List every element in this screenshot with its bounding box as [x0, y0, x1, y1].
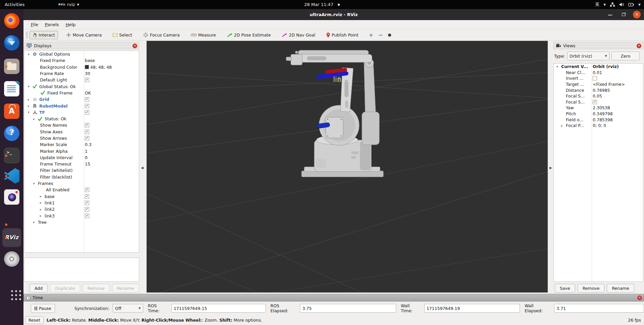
tool-select[interactable]: Select — [110, 31, 135, 39]
property-row[interactable]: Filter (blacklist) — [24, 174, 139, 180]
property-row[interactable]: ▸Tree — [24, 219, 139, 225]
property-row[interactable]: All Enabled — [24, 187, 139, 193]
property-row[interactable]: ▾Global Options — [24, 51, 139, 57]
time-field-input[interactable] — [300, 304, 396, 313]
remove-button[interactable]: Remove — [578, 284, 605, 292]
property-row[interactable]: ▸Focal P...0; 0; 0 — [554, 123, 643, 129]
menu-file[interactable]: File — [28, 21, 42, 28]
property-value[interactable] — [85, 104, 89, 108]
zero-button[interactable]: Zero — [611, 52, 640, 60]
time-field-input[interactable] — [424, 304, 520, 313]
property-row[interactable]: ▸Status: Ok — [24, 116, 139, 122]
minimize-button[interactable]: — — [608, 9, 612, 20]
property-row[interactable]: Invert ... — [554, 75, 643, 81]
property-value[interactable]: 15 — [85, 161, 90, 167]
close-views-button[interactable]: ✕ — [637, 44, 641, 48]
time-panel-header[interactable]: Time ✕ — [23, 294, 644, 302]
property-row[interactable]: Pitch0.349798 — [554, 111, 643, 117]
property-row[interactable]: ▸link3 — [24, 212, 139, 219]
speaker-icon[interactable] — [619, 2, 624, 7]
menu-help[interactable]: Help — [62, 21, 79, 28]
reset-button[interactable]: Reset — [25, 316, 44, 324]
property-row[interactable]: ▸link1 — [24, 200, 139, 206]
activities-button[interactable]: Activities — [0, 0, 29, 9]
color-swatch[interactable] — [85, 65, 89, 69]
checkbox[interactable] — [85, 136, 89, 140]
property-row[interactable]: Field o...0.785398 — [554, 117, 643, 123]
libreoffice-writer-icon[interactable] — [4, 81, 19, 96]
property-row[interactable]: ▾Global Status: Ok — [24, 83, 139, 89]
property-row[interactable]: Show Axes — [24, 129, 139, 135]
expand-arrow-icon[interactable]: ▸ — [28, 98, 33, 101]
close-time-button[interactable]: ✕ — [637, 296, 642, 300]
property-row[interactable]: ▸Grid — [24, 96, 139, 103]
checkbox[interactable] — [85, 123, 89, 127]
property-value[interactable]: 0.76985 — [593, 88, 610, 93]
checkbox[interactable] — [85, 130, 89, 134]
time-field-input[interactable] — [554, 304, 644, 313]
property-value[interactable]: base — [85, 58, 95, 63]
toolbar-drag-handle[interactable] — [26, 31, 28, 38]
save-button[interactable]: Save — [555, 284, 575, 292]
time-field-input[interactable] — [171, 304, 266, 313]
checkbox[interactable] — [85, 207, 89, 211]
checkbox[interactable] — [85, 188, 89, 192]
views-tree[interactable]: ▾Current V...Orbit (rviz)Near Cl...0.01I… — [553, 63, 643, 282]
vscode-icon[interactable] — [4, 168, 19, 184]
firefox-icon[interactable] — [4, 13, 19, 28]
maximize-button[interactable] — [622, 9, 625, 20]
checkbox[interactable] — [85, 201, 89, 205]
3d-viewport[interactable]: link3 — [147, 41, 548, 292]
system-tray[interactable]: 英 ▼ ▼ — [595, 0, 641, 9]
property-value[interactable] — [85, 207, 89, 211]
property-row[interactable]: Marker Scale0.3 — [24, 141, 139, 148]
add-button[interactable]: Add — [30, 284, 48, 292]
add-tool-icon[interactable]: + — [369, 32, 373, 38]
property-row[interactable]: Default Light — [24, 77, 139, 83]
property-value[interactable]: 0.01 — [593, 70, 602, 75]
property-row[interactable]: ▾TF — [24, 109, 139, 116]
property-value[interactable] — [593, 100, 597, 104]
checkbox[interactable] — [85, 194, 89, 199]
tool-options-icon[interactable]: ● — [388, 32, 391, 37]
tool-interact[interactable]: Interact — [30, 31, 58, 39]
property-row[interactable]: Yaw2.30538 — [554, 105, 643, 111]
property-value[interactable] — [85, 97, 89, 102]
property-row[interactable]: Background Color48; 48; 48 — [24, 64, 139, 70]
property-row[interactable]: ▸base — [24, 193, 139, 200]
synchronization-dropdown[interactable]: Off ▼ — [113, 304, 143, 313]
expand-arrow-icon[interactable]: ▸ — [561, 124, 566, 127]
network-icon[interactable] — [610, 2, 615, 7]
battery-icon[interactable] — [628, 3, 634, 7]
expand-arrow-icon[interactable]: ▸ — [40, 214, 45, 217]
tool-publish-point[interactable]: Publish Point — [323, 31, 362, 39]
property-value[interactable] — [85, 78, 89, 82]
property-value[interactable]: 0; 0; 0 — [593, 123, 606, 128]
property-value[interactable]: 0 — [85, 155, 88, 160]
collapse-arrow-icon[interactable]: ▾ — [33, 182, 38, 185]
show-applications-icon[interactable] — [4, 287, 19, 303]
property-row[interactable]: ▸RobotModel — [24, 103, 139, 109]
checkbox[interactable] — [85, 104, 89, 108]
app-menu[interactable]: RViz rviz ▼ — [58, 2, 79, 7]
property-row[interactable]: Focal S...0.05 — [554, 93, 643, 99]
menu-panels[interactable]: Panels — [42, 21, 62, 28]
thunderbird-icon[interactable] — [4, 35, 19, 51]
property-row[interactable]: Focal S... — [554, 99, 643, 105]
clock[interactable]: 28 Mar 11:47 — [304, 2, 333, 7]
expand-arrow-icon[interactable]: ▸ — [40, 208, 45, 211]
property-value[interactable]: 30 — [85, 71, 90, 76]
property-value[interactable]: Orbit (rviz) — [593, 64, 619, 69]
property-value[interactable]: 0.349798 — [593, 111, 613, 116]
property-value[interactable]: 48; 48; 48 — [85, 65, 112, 70]
property-row[interactable]: Show Names — [24, 122, 139, 128]
disc-icon[interactable] — [4, 251, 19, 267]
close-window-button[interactable]: ✕ — [633, 9, 641, 20]
property-value[interactable] — [85, 194, 89, 199]
property-value[interactable] — [85, 130, 89, 134]
help-icon[interactable] — [4, 126, 19, 141]
tool-move-camera[interactable]: Move Camera — [63, 31, 105, 39]
checkbox[interactable] — [593, 100, 597, 104]
property-value[interactable] — [593, 76, 597, 80]
checkbox[interactable] — [593, 76, 597, 80]
